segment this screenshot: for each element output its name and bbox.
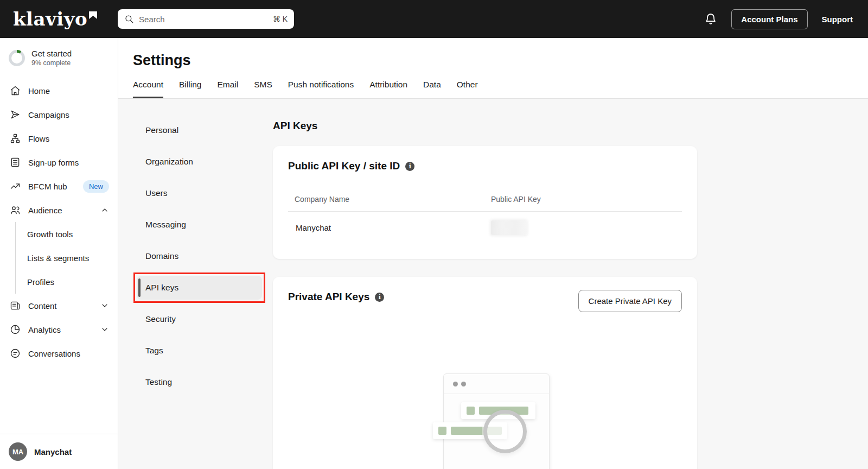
- sidebar-item-label: Audience: [28, 206, 62, 215]
- tab-account[interactable]: Account: [133, 80, 163, 98]
- account-switcher[interactable]: MA Manychat: [0, 434, 118, 469]
- company-name-cell: Manychat: [296, 223, 491, 232]
- subnav-item-security[interactable]: Security: [137, 307, 262, 331]
- subnav-item-domains[interactable]: Domains: [137, 244, 262, 268]
- subnav-item-api-keys[interactable]: API keys: [137, 276, 262, 300]
- private-api-keys-card: Private API Keys i Create Private API Ke…: [273, 277, 697, 469]
- public-api-key-table: Company Name Public API Key Manychat: [288, 195, 682, 243]
- get-started-widget[interactable]: Get started 9% complete: [0, 38, 118, 74]
- tab-sms[interactable]: SMS: [254, 80, 272, 98]
- topbar-right: Account Plans Support: [704, 9, 853, 29]
- subnav-item-label: API keys: [145, 283, 178, 292]
- subnav-item-organization[interactable]: Organization: [137, 150, 262, 174]
- sidebar-item-label: BFCM hub: [28, 182, 67, 191]
- sidebar-item-campaigns[interactable]: Campaigns: [0, 103, 118, 126]
- sidebar-item-label: Conversations: [28, 349, 80, 358]
- settings-body: Personal Organization Users Messaging Do…: [118, 99, 868, 469]
- send-icon: [10, 109, 21, 120]
- analytics-icon: [10, 324, 21, 335]
- search-icon: [124, 14, 134, 24]
- sidebar-item-audience[interactable]: Audience: [0, 198, 118, 222]
- support-link[interactable]: Support: [822, 15, 853, 24]
- public-api-key-card: Public API Key / site ID i Company Name …: [273, 146, 697, 259]
- search-shortcut: ⌘ K: [273, 15, 288, 23]
- sidebar-item-conversations[interactable]: Conversations: [0, 341, 118, 365]
- content-heading: API Keys: [273, 120, 697, 132]
- sidebar-item-label: Sign-up forms: [28, 158, 79, 167]
- settings-header: Settings Account Billing Email SMS Push …: [118, 38, 868, 99]
- subnav-item-personal[interactable]: Personal: [137, 118, 262, 142]
- subnav-item-testing[interactable]: Testing: [137, 370, 262, 394]
- form-icon: [10, 157, 21, 168]
- sidebar-item-growth-tools[interactable]: Growth tools: [16, 222, 118, 246]
- tab-other[interactable]: Other: [457, 80, 478, 98]
- sidebar-item-home[interactable]: Home: [0, 79, 118, 103]
- account-name: Manychat: [34, 447, 72, 457]
- account-plans-button[interactable]: Account Plans: [731, 9, 807, 29]
- tab-data[interactable]: Data: [423, 80, 441, 98]
- home-icon: [10, 85, 21, 96]
- sidebar-item-label: Profiles: [27, 277, 54, 287]
- topbar: klaviyo ⌘ K Account Plans Support: [0, 0, 868, 38]
- empty-state-illustration: [288, 373, 682, 469]
- tab-attribution[interactable]: Attribution: [369, 80, 407, 98]
- sidebar-item-label: Analytics: [28, 325, 61, 334]
- sidebar-nav: Home Campaigns Flows: [0, 79, 118, 365]
- sidebar-item-lists-segments[interactable]: Lists & segments: [16, 246, 118, 270]
- sidebar-item-content[interactable]: Content: [0, 294, 118, 318]
- window-dot: [461, 382, 466, 386]
- sidebar-item-signup-forms[interactable]: Sign-up forms: [0, 150, 118, 174]
- subnav-item-messaging[interactable]: Messaging: [137, 213, 262, 237]
- subnav-item-tags[interactable]: Tags: [137, 339, 262, 363]
- create-private-api-key-button[interactable]: Create Private API Key: [578, 290, 682, 312]
- sidebar-item-profiles[interactable]: Profiles: [16, 270, 118, 294]
- sidebar-item-label: Flows: [28, 134, 49, 143]
- chevron-down-icon[interactable]: [100, 325, 109, 334]
- selected-indicator-bar: [138, 278, 141, 297]
- klaviyo-logo[interactable]: klaviyo: [13, 10, 97, 28]
- sidebar-item-label: Growth tools: [27, 230, 73, 239]
- page-title: Settings: [133, 52, 868, 69]
- sidebar-item-label: Home: [28, 86, 50, 96]
- sidebar-item-analytics[interactable]: Analytics: [0, 318, 118, 341]
- search-input[interactable]: [139, 15, 268, 24]
- info-icon[interactable]: i: [405, 162, 414, 171]
- people-icon: [10, 205, 21, 216]
- api-keys-content: API Keys Public API Key / site ID i Comp…: [273, 118, 697, 469]
- chevron-down-icon[interactable]: [100, 301, 109, 310]
- column-header-public-api-key: Public API Key: [491, 195, 541, 204]
- main-area: Settings Account Billing Email SMS Push …: [118, 38, 868, 469]
- tab-billing[interactable]: Billing: [179, 80, 201, 98]
- sidebar-item-flows[interactable]: Flows: [0, 126, 118, 150]
- private-card-title: Private API Keys: [288, 291, 369, 303]
- settings-subnav: Personal Organization Users Messaging Do…: [118, 118, 273, 469]
- trending-up-icon: [10, 181, 21, 192]
- sidebar-item-bfcm-hub[interactable]: BFCM hub New: [0, 174, 118, 198]
- subnav-item-users[interactable]: Users: [137, 181, 262, 205]
- search-box[interactable]: ⌘ K: [118, 9, 294, 29]
- sidebar: Get started 9% complete Home Campaigns: [0, 38, 118, 469]
- sidebar-item-label: Lists & segments: [27, 253, 89, 263]
- tab-email[interactable]: Email: [217, 80, 238, 98]
- get-started-progress: 9% complete: [31, 59, 72, 67]
- audience-subgroup: Growth tools Lists & segments Profiles: [15, 222, 118, 294]
- public-api-key-redacted: [491, 220, 527, 235]
- column-header-company-name: Company Name: [295, 195, 491, 204]
- avatar: MA: [9, 442, 27, 461]
- magnifying-glass-graphic: [483, 410, 527, 453]
- sidebar-item-label: Campaigns: [28, 110, 69, 119]
- sidebar-item-label: Content: [28, 301, 57, 310]
- table-row: Manychat: [288, 212, 682, 243]
- new-badge: New: [83, 180, 109, 193]
- conversations-icon: [10, 348, 21, 359]
- chevron-up-icon[interactable]: [100, 206, 109, 214]
- klaviyo-logo-text: klaviyo: [13, 10, 87, 28]
- notifications-bell-icon[interactable]: [704, 12, 717, 26]
- klaviyo-flag-icon: [89, 11, 97, 19]
- info-icon[interactable]: i: [375, 293, 384, 302]
- progress-ring: [9, 50, 25, 66]
- get-started-title: Get started: [31, 49, 72, 58]
- flows-icon: [10, 133, 21, 144]
- tab-push-notifications[interactable]: Push notifications: [288, 80, 354, 98]
- public-card-title: Public API Key / site ID: [288, 160, 400, 172]
